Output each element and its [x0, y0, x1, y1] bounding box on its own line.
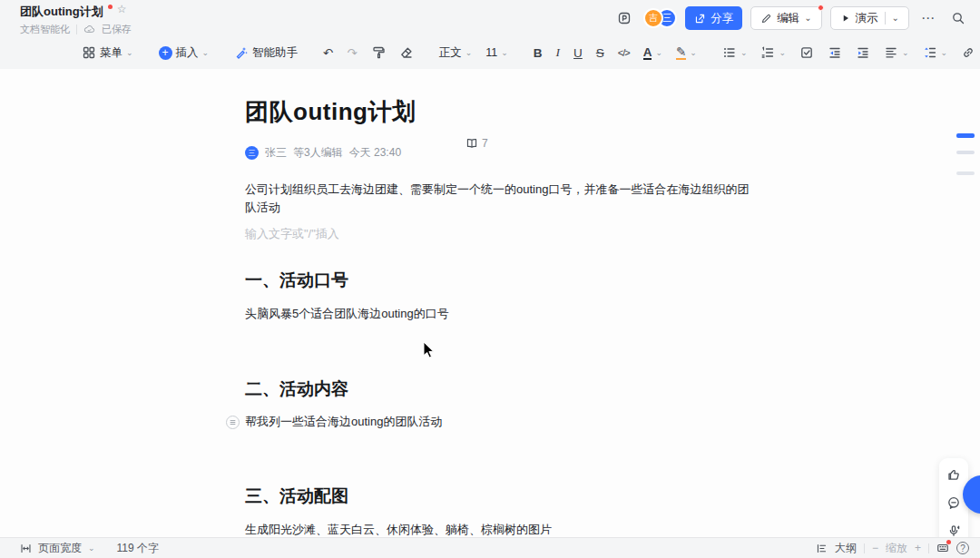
inline-code-button[interactable]: </>	[614, 44, 633, 61]
chevron-down-icon: ⌄	[941, 51, 948, 55]
author-name[interactable]: 张三	[265, 145, 287, 161]
search-icon[interactable]	[947, 7, 969, 29]
chevron-down-icon: ⌄	[902, 51, 909, 55]
plus-icon: +	[159, 46, 172, 60]
chevron-down-icon: ⌄	[466, 51, 473, 55]
redo-button[interactable]: ↷	[343, 43, 360, 63]
favorite-star-icon[interactable]: ☆	[117, 3, 127, 15]
shortcuts-button[interactable]	[936, 542, 949, 554]
align-button[interactable]: ⌄	[880, 43, 913, 63]
menu-button[interactable]: 菜单⌄	[78, 43, 137, 64]
outline-indicator-active[interactable]	[956, 133, 975, 138]
page-width-select[interactable]: 页面宽度	[38, 541, 82, 556]
intro-paragraph[interactable]: 公司计划组织员工去海边团建、需要制定一个统一的outing口号，并准备一些适合在…	[245, 181, 753, 216]
paragraph-menu-icon[interactable]	[226, 416, 240, 429]
italic-button[interactable]: I	[553, 43, 564, 63]
format-painter-icon[interactable]	[368, 43, 389, 63]
chevron-down-icon: ⌄	[740, 51, 748, 55]
more-menu-icon[interactable]: ⋯	[917, 7, 939, 29]
word-count: 119 个字	[117, 541, 159, 556]
author-avatar[interactable]: 三	[245, 146, 259, 160]
chevron-down-icon: ⌄	[126, 51, 133, 55]
link-button[interactable]	[957, 43, 979, 63]
divider	[76, 24, 77, 34]
outline-indicator[interactable]	[956, 171, 975, 175]
edit-mode-button[interactable]: 编辑 ⌄	[750, 6, 821, 30]
editor-toolbar: 菜单⌄ + 插入⌄ 智能助手 ↶ ↷ 正文⌄ 11⌄ B I U S	[0, 36, 980, 69]
outline-toggle[interactable]: 大纲	[835, 541, 857, 556]
app-window: 团队outing计划 ☆ 文档智能化 已保存 吉 三	[0, 0, 980, 558]
insert-button[interactable]: + 插入⌄	[155, 43, 213, 64]
zoom-in-button[interactable]: +	[915, 542, 921, 554]
help-button[interactable]: ?	[956, 542, 969, 554]
chevron-down-icon: ⌄	[779, 51, 786, 55]
chevron-down-icon: ⌄	[690, 51, 697, 55]
document-title[interactable]: 团队outing计划	[245, 96, 753, 128]
zoom-level: 缩放	[886, 541, 907, 556]
topbar-actions: 吉 三 分享 编辑 ⌄ 演示 ⌄ ⋯	[613, 6, 969, 30]
highlight-color-button[interactable]: ✎⌄	[672, 44, 701, 63]
section-heading-1[interactable]: 一、活动口号	[245, 269, 753, 292]
notification-dot	[946, 540, 951, 544]
font-size-select[interactable]: 11⌄	[482, 44, 512, 62]
ordered-list-button[interactable]: ⌄	[757, 43, 789, 63]
section-heading-3[interactable]: 三、活动配图	[245, 485, 753, 508]
chevron-down-icon: ⌄	[501, 51, 508, 55]
bullet-list-button[interactable]: ⌄	[719, 43, 751, 63]
cloud-saved-icon	[83, 24, 95, 35]
share-button[interactable]: 分享	[685, 6, 742, 30]
comment-bubble-button[interactable]	[944, 493, 964, 513]
document-canvas[interactable]: 团队outing计划 三 张三 等3人编辑 今天 23:40 公司计划组织员工去…	[0, 69, 980, 537]
indent-button[interactable]	[852, 43, 874, 63]
chevron-down-icon: ⌄	[655, 51, 662, 55]
workspace-label[interactable]: 文档智能化	[20, 23, 70, 36]
history-record-icon[interactable]	[613, 7, 635, 29]
doc-info: 团队outing计划 ☆ 文档智能化 已保存	[20, 4, 132, 36]
section-body-2[interactable]: 帮我列一些适合海边outing的团队活动	[245, 414, 442, 430]
unsaved-red-dot	[108, 5, 113, 9]
bold-button[interactable]: B	[530, 44, 546, 63]
section-body-1[interactable]: 头脑风暴5个适合团队海边outing的口号	[245, 306, 753, 322]
outline-indicator[interactable]	[956, 151, 975, 154]
edit-notification-dot	[818, 5, 824, 11]
eraser-icon[interactable]	[396, 43, 417, 63]
strikethrough-button[interactable]: S	[593, 44, 608, 63]
section-body-3[interactable]: 生成阳光沙滩、蓝天白云、休闲体验、躺椅、棕榈树的图片	[245, 522, 753, 538]
top-bar: 团队outing计划 ☆ 文档智能化 已保存 吉 三	[0, 0, 980, 36]
chevron-down-icon: ⌄	[892, 15, 899, 21]
line-spacing-button[interactable]: ⌄	[919, 43, 952, 63]
chevron-down-icon: ⌄	[88, 543, 95, 553]
chevron-down-icon: ⌄	[804, 15, 811, 21]
doc-title-text[interactable]: 团队outing计划	[20, 4, 103, 20]
divider	[885, 12, 886, 24]
save-status: 已保存	[102, 23, 132, 36]
page-width-icon	[20, 543, 32, 554]
edit-info: 等3人编辑	[293, 145, 343, 161]
task-checkbox-button[interactable]	[796, 43, 818, 63]
underline-button[interactable]: U	[570, 44, 586, 63]
edit-time: 今天 23:40	[349, 145, 401, 161]
undo-button[interactable]: ↶	[319, 43, 337, 63]
doc-meta-row: 三 张三 等3人编辑 今天 23:40	[245, 145, 753, 161]
divider	[864, 543, 865, 553]
outdent-button[interactable]	[824, 43, 846, 63]
font-color-button[interactable]: A⌄	[640, 44, 666, 63]
editor-placeholder[interactable]: 输入文字或"/"插入	[245, 226, 753, 242]
divider	[928, 543, 929, 553]
paragraph-style-select[interactable]: 正文⌄	[436, 43, 476, 64]
chevron-down-icon: ⌄	[202, 51, 210, 55]
status-bar: 页面宽度 ⌄ 119 个字 大纲 − 缩放 + ?	[0, 537, 980, 558]
like-button[interactable]	[944, 465, 964, 485]
section-heading-2[interactable]: 二、活动内容	[245, 377, 753, 401]
collaborator-avatars[interactable]: 吉 三	[643, 8, 677, 28]
present-button[interactable]: 演示 ⌄	[830, 6, 909, 30]
reader-count[interactable]: 7	[466, 137, 488, 150]
mouse-cursor	[423, 341, 436, 359]
ai-assistant-button[interactable]: 智能助手	[230, 43, 301, 64]
outline-icon	[816, 543, 828, 554]
zoom-out-button[interactable]: −	[872, 542, 878, 554]
